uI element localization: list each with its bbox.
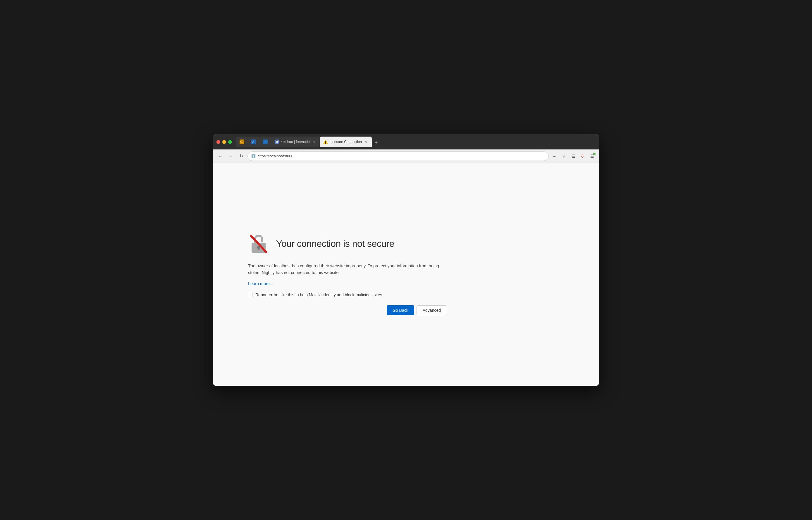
tab-shield[interactable]: 🛡	[236, 136, 248, 147]
toolbar: ← → ↻ ℹ️ https://localhost:8080 ··· ☆ ☰ …	[213, 150, 599, 163]
address-bar[interactable]: ℹ️ https://localhost:8080	[247, 152, 549, 161]
go-back-button[interactable]: Go Back	[387, 305, 414, 315]
tab-check[interactable]: ✓	[259, 136, 271, 147]
tab-calendar[interactable]: 20	[248, 136, 259, 147]
traffic-lights	[216, 140, 232, 144]
report-error-row: Report errors like this to help Mozilla …	[248, 292, 447, 297]
shield-favicon-icon: 🛡	[240, 139, 244, 144]
tracking-protection-icon[interactable]: 🛡	[579, 152, 587, 160]
error-title: Your connection is not secure	[276, 238, 394, 249]
reload-button[interactable]: ↻	[237, 152, 246, 161]
back-button[interactable]: ←	[216, 152, 225, 161]
minimize-window-button[interactable]	[222, 140, 226, 144]
broken-lock-icon	[248, 233, 269, 255]
warning-favicon-icon: ⚠️	[323, 139, 328, 144]
tab-insecure-close[interactable]: ✕	[364, 139, 368, 144]
tab-insecure[interactable]: ⚠️ Insecure Connection ✕	[320, 136, 372, 147]
learn-more-link[interactable]: Learn more...	[248, 281, 447, 286]
advanced-button[interactable]: Advanced	[417, 305, 447, 315]
check-favicon-icon: ✓	[263, 139, 268, 144]
report-error-label[interactable]: Report errors like this to help Mozilla …	[255, 292, 382, 297]
tab-choo[interactable]: 💬 * #choo | freenode ✕	[271, 136, 320, 147]
tab-choo-close[interactable]: ✕	[312, 139, 316, 144]
maximize-window-button[interactable]	[228, 140, 232, 144]
action-buttons: Go Back Advanced	[248, 305, 447, 315]
tabs-area: 🛡 20 ✓ 💬 * #choo | freenode ✕ ⚠️ Insecur…	[236, 136, 596, 147]
overflow-menu-button[interactable]: ···	[550, 152, 559, 160]
tab-choo-label: * #choo | freenode	[281, 140, 310, 144]
irc-favicon-icon: 💬	[275, 139, 279, 144]
browser-window: 🛡 20 ✓ 💬 * #choo | freenode ✕ ⚠️ Insecur…	[213, 134, 599, 386]
toolbar-right: ··· ☆ ☰ 🛡 ☰	[550, 152, 596, 160]
title-bar: 🛡 20 ✓ 💬 * #choo | freenode ✕ ⚠️ Insecur…	[213, 134, 599, 150]
connection-lock-icon: ℹ️	[251, 154, 256, 158]
error-header: Your connection is not secure	[248, 233, 447, 255]
error-description: The owner of localhost has configured th…	[248, 263, 447, 276]
tab-insecure-label: Insecure Connection	[330, 140, 362, 144]
forward-button[interactable]: →	[227, 152, 235, 161]
report-error-checkbox[interactable]	[248, 293, 253, 297]
calendar-favicon-icon: 20	[251, 139, 256, 144]
page-content: Your connection is not secure The owner …	[213, 163, 599, 386]
url-text: https://localhost:8080	[257, 154, 293, 158]
new-tab-button[interactable]: +	[372, 138, 381, 147]
bookmark-button[interactable]: ☆	[560, 152, 568, 160]
error-container: Your connection is not secure The owner …	[248, 233, 447, 315]
reader-view-button[interactable]: ☰	[569, 152, 577, 160]
menu-button[interactable]: ☰	[588, 152, 596, 160]
svg-rect-3	[258, 248, 259, 250]
close-window-button[interactable]	[216, 140, 220, 144]
